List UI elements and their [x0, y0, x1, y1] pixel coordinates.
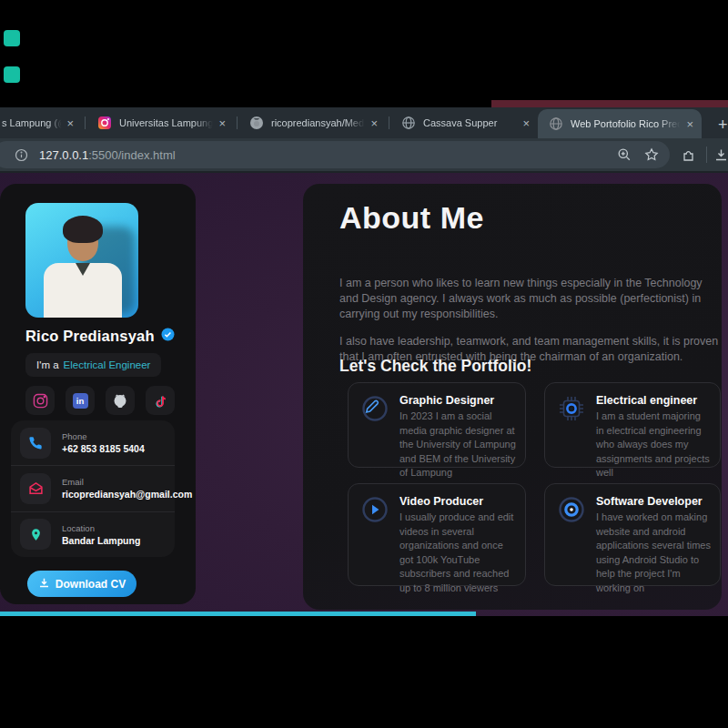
linkedin-icon: in [73, 393, 88, 409]
contact-row-location: Location Bandar Lampung [11, 511, 175, 557]
profile-photo [25, 203, 138, 318]
desktop-accent-square [4, 30, 20, 46]
download-cv-button[interactable]: Download CV [27, 571, 136, 597]
portfolio-item-description: I usually produce and edit videos in sev… [399, 511, 516, 595]
tab-universitas-lampung[interactable]: Universitas Lampung Offi × [88, 107, 234, 138]
portfolio-item-description: I have worked on making website and andr… [596, 511, 711, 595]
portfolio-heading: Let's Check the Portfolio! [339, 357, 531, 376]
download-icon [38, 577, 50, 592]
portfolio-item-title: Electrical engineer [596, 394, 711, 407]
portfolio-grid: Graphic Designer In 2023 I am a social m… [348, 382, 721, 586]
window-frame-strip [491, 100, 728, 107]
portfolio-item-description: I am a student majoring in electrical en… [596, 410, 711, 480]
portfolio-item-title: Video Producer [399, 495, 516, 508]
contact-row-phone: Phone +62 853 8185 5404 [11, 420, 175, 465]
profile-name-row: Rico Prediansyah [25, 328, 175, 345]
role-chip: I'm a Electrical Engineer [25, 353, 161, 377]
instagram-favicon-icon [97, 116, 112, 130]
email-icon [20, 473, 51, 504]
tab-close-icon[interactable]: × [370, 117, 378, 129]
contact-value: ricoprediansyah@gmail.com [62, 489, 166, 500]
zoom-icon[interactable] [617, 147, 632, 162]
phone-icon [20, 428, 51, 459]
browser-toolbar: 127.0.0.1:5500/index.html [0, 138, 728, 171]
url-host: 127.0.0.1 [39, 148, 88, 162]
role-text: Electrical Engineer [64, 359, 151, 370]
github-favicon-icon [249, 116, 264, 130]
linkedin-link[interactable]: in [66, 386, 95, 415]
tab-web-portfolio-active[interactable]: Web Portofolio Rico Pred × [538, 109, 702, 138]
contact-label: Phone [62, 431, 145, 441]
tiktok-link[interactable] [146, 386, 175, 415]
contact-value: +62 853 8185 5404 [62, 443, 145, 454]
role-prefix: I'm a [36, 359, 59, 370]
tab-instagram-lampung[interactable]: s Lampung (@c × [0, 107, 82, 138]
tab-label: Web Portofolio Rico Pred [571, 118, 682, 129]
location-pin-icon [20, 519, 51, 550]
site-info-icon[interactable] [15, 148, 28, 162]
portfolio-item-title: Graphic Designer [399, 394, 516, 407]
verified-badge-icon [161, 328, 175, 345]
tab-label: s Lampung (@c [2, 117, 63, 128]
contact-value: Bandar Lampung [62, 535, 140, 546]
about-title: About Me [339, 200, 484, 236]
browser-tab-strip: s Lampung (@c × Universitas Lampung Offi… [0, 107, 728, 138]
target-circle-icon [558, 496, 585, 523]
portfolio-item-title: Software Developer [596, 495, 711, 508]
new-tab-button[interactable]: + [718, 116, 728, 133]
social-links: in [25, 386, 175, 415]
portfolio-page: Rico Prediansyah I'm a Electrical Engine… [0, 173, 728, 616]
extensions-icon[interactable] [681, 147, 696, 163]
portfolio-item-description: In 2023 I am a social media graphic desi… [399, 410, 516, 480]
about-paragraph-1: I am a person who likes to learn new thi… [339, 276, 722, 322]
instagram-link[interactable] [25, 386, 55, 415]
tab-close-icon[interactable]: × [218, 117, 226, 129]
contact-row-email: Email ricoprediansyah@gmail.com [11, 465, 175, 511]
profile-name: Rico Prediansyah [25, 328, 155, 345]
tab-label: Universitas Lampung Offi [119, 117, 215, 128]
portfolio-card-electrical-engineer[interactable]: Electrical engineer I am a student major… [544, 382, 721, 468]
portfolio-card-graphic-designer[interactable]: Graphic Designer In 2023 I am a social m… [348, 382, 526, 468]
portfolio-card-software-developer[interactable]: Software Developer I have worked on maki… [544, 483, 721, 586]
contact-label: Email [62, 477, 166, 487]
tab-close-icon[interactable]: × [66, 117, 74, 129]
tab-label: ricoprediansyah/Medium [271, 117, 367, 128]
contact-label: Location [62, 523, 140, 533]
url-path: :5500/index.html [88, 148, 175, 162]
downloads-icon[interactable] [713, 147, 728, 163]
viewport-bottom-accent-line [0, 612, 476, 616]
desktop-accent-square [4, 66, 20, 83]
tab-label: Cassava Supper [423, 117, 519, 128]
globe-favicon-icon [549, 116, 563, 131]
tab-close-icon[interactable]: × [522, 117, 530, 129]
tab-github-medium[interactable]: ricoprediansyah/Medium × [240, 107, 386, 138]
about-card: About Me I am a person who likes to lear… [303, 184, 722, 610]
url-text: 127.0.0.1:5500/index.html [39, 148, 176, 162]
tab-cassava-supper[interactable]: Cassava Supper × [392, 107, 538, 138]
bookmark-star-icon[interactable] [644, 147, 659, 162]
microchip-icon [558, 395, 585, 422]
contact-info-box: Phone +62 853 8185 5404 Email ricopredia… [11, 420, 175, 557]
profile-card: Rico Prediansyah I'm a Electrical Engine… [0, 184, 196, 604]
pencil-icon [361, 395, 389, 422]
toolbar-divider [706, 147, 707, 163]
portfolio-card-video-producer[interactable]: Video Producer I usually produce and edi… [348, 483, 526, 586]
tab-separator [237, 116, 238, 129]
globe-favicon-icon [401, 116, 416, 130]
github-link[interactable] [106, 386, 135, 415]
tab-close-icon[interactable]: × [686, 118, 693, 130]
address-bar[interactable]: 127.0.0.1:5500/index.html [0, 141, 670, 168]
tab-separator [389, 116, 389, 129]
tab-separator [85, 116, 86, 129]
play-icon [361, 496, 389, 523]
photo-hair [63, 216, 103, 243]
download-cv-label: Download CV [56, 578, 126, 591]
